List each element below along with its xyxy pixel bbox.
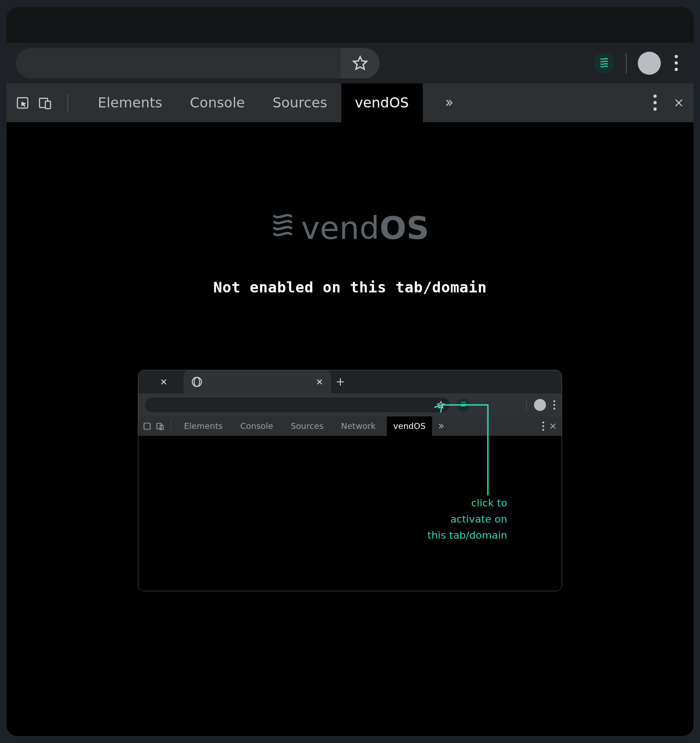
close-icon [549,422,557,430]
bookmark-button[interactable] [341,48,380,78]
more-tabs-button[interactable] [434,97,463,108]
inspect-icon [143,422,151,430]
close-icon [316,379,323,385]
browser-window: Elements Console Sources vendOS vendOS N… [6,7,694,736]
close-icon [160,379,167,385]
device-toggle-icon[interactable] [38,96,52,110]
mini-divider [526,399,527,411]
new-tab-icon: + [336,375,345,388]
brand-suffix: OS [380,210,429,246]
mini-tab-blank [145,370,179,393]
panel-status-message: Not enabled on this tab/domain [214,279,487,296]
mini-avatar [534,399,546,411]
toolbar-divider [626,53,627,73]
vendos-logo: vendOS [271,210,429,246]
mini-tab-active [184,370,331,393]
profile-avatar[interactable] [638,52,661,75]
tab-console[interactable]: Console [176,83,259,122]
mini-tab-console: Console [234,416,279,436]
mini-vendos-extension [457,398,470,411]
svg-rect-3 [144,423,150,429]
mini-tab-sources: Sources [284,416,330,436]
vendos-logo-icon [271,213,295,243]
star-icon [437,401,445,409]
mini-tab-network: Network [335,416,382,436]
browser-toolbar [6,43,694,83]
svg-rect-4 [157,423,161,429]
device-toggle-icon [156,422,164,430]
tab-elements[interactable]: Elements [84,83,176,122]
mini-tab-row: + [138,370,562,393]
mini-address-bar [145,398,450,412]
mini-devtools-menu-icon [542,422,544,431]
mini-menu-icon [553,400,555,410]
activation-hint-text: click to activate on this tab/domain [427,495,507,544]
close-icon[interactable] [673,97,684,108]
browser-menu-button[interactable] [672,55,681,71]
mini-tab-elements: Elements [178,416,229,436]
devtools-divider [67,94,68,112]
mini-devtools-tabs: Elements Console Sources Network vendOS [138,416,562,436]
address-bar[interactable] [16,48,380,78]
vendos-extension-button[interactable] [593,53,615,74]
devtools-menu-button[interactable] [651,95,659,111]
chevrons-right-icon [443,97,454,108]
mini-tab-vendos: vendOS [387,416,432,436]
tab-sources[interactable]: Sources [259,83,341,122]
tab-vendos[interactable]: vendOS [341,83,423,122]
mini-url-row [138,393,562,416]
brand-prefix: vend [301,210,380,246]
inspect-icon[interactable] [16,96,30,110]
activation-hint-preview: + Elements Console Sources [138,370,562,591]
devtools-tabstrip: Elements Console Sources vendOS [6,83,694,122]
vendos-icon [599,57,609,69]
star-icon [352,55,368,71]
vendos-icon [460,401,467,409]
window-titlebar [6,7,694,43]
svg-rect-2 [45,101,50,108]
globe-icon [192,377,202,387]
chevrons-right-icon [437,422,445,430]
vendos-panel: vendOS Not enabled on this tab/domain + [6,122,694,736]
